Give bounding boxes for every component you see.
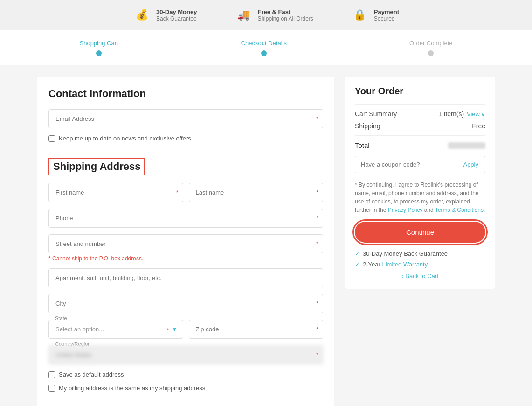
step-label-complete: Order Complete xyxy=(409,40,452,47)
payment-icon: 🔒 xyxy=(351,6,369,24)
banner-main-text-2: Free & Fast xyxy=(257,8,313,15)
last-name-input[interactable] xyxy=(189,183,324,202)
save-default-group: Save as default address xyxy=(48,371,323,378)
state-select-wrapper: Select an option... ▼ xyxy=(48,320,183,339)
top-banner: 💰 30-Day Money Back Guarantee 🚚 Free & F… xyxy=(0,0,532,30)
money-back-icon: 💰 xyxy=(133,6,152,24)
phone-required-star: * xyxy=(316,215,318,222)
cart-items-count: 1 Item(s) xyxy=(438,110,464,118)
banner-item-payment: 🔒 Payment Secured xyxy=(351,6,399,24)
guarantee-text-1: 30-Day Money Back Guarantee xyxy=(363,250,448,257)
zip-input[interactable] xyxy=(189,320,324,339)
email-group: * xyxy=(48,109,323,128)
order-divider-2 xyxy=(355,135,485,136)
coupon-row: Apply xyxy=(355,156,485,173)
phone-group: * xyxy=(48,209,323,228)
progress-section: Shopping Cart Checkout Details Order Com… xyxy=(0,30,532,65)
order-panel: Your Order Cart Summary 1 Item(s) View ∨… xyxy=(345,77,495,289)
last-name-group: * xyxy=(189,183,324,202)
city-input[interactable] xyxy=(48,294,323,313)
banner-main-text-3: Payment xyxy=(374,8,399,15)
back-to-cart-link[interactable]: ‹ Back to Cart xyxy=(355,273,485,280)
last-name-required-star: * xyxy=(316,189,318,196)
state-group: State Select an option... ▼ * xyxy=(48,320,183,339)
shipping-row: Shipping Free xyxy=(355,122,485,130)
cart-summary-label: Cart Summary xyxy=(355,110,397,118)
first-name-group: * xyxy=(48,183,183,202)
total-label: Total xyxy=(355,141,370,149)
street-required-star: * xyxy=(316,241,318,247)
banner-main-text-1: 30-Day Money xyxy=(156,8,197,15)
shipping-label: Shipping xyxy=(355,122,380,130)
cart-summary-right: 1 Item(s) View ∨ xyxy=(438,110,485,118)
shipping-address-title: Shipping Address xyxy=(48,158,145,175)
zip-required-star: * xyxy=(316,326,318,333)
first-name-required-star: * xyxy=(176,189,179,196)
country-group: Country/Region * xyxy=(48,345,323,364)
apartment-group xyxy=(48,268,323,287)
order-title: Your Order xyxy=(355,86,485,97)
privacy-and: and xyxy=(422,207,435,213)
limited-warranty-link[interactable]: Limited Warranty xyxy=(382,261,428,268)
email-required-star: * xyxy=(316,116,318,122)
coupon-input[interactable] xyxy=(355,156,456,173)
banner-text-shipping: Free & Fast Shipping on All Orders xyxy=(257,8,313,22)
state-select[interactable]: Select an option... xyxy=(48,320,183,339)
guarantee-item-warranty: ✓ 2-Year Limited Warranty xyxy=(355,261,485,268)
total-value xyxy=(448,142,485,149)
newsletter-checkbox[interactable] xyxy=(48,135,55,142)
street-group: * xyxy=(48,234,323,253)
check-icon-2: ✓ xyxy=(355,261,360,268)
email-input[interactable] xyxy=(48,109,323,128)
newsletter-label: Keep me up to date on news and exclusive… xyxy=(59,135,191,142)
guarantee-list: ✓ 30-Day Money Back Guarantee ✓ 2-Year L… xyxy=(355,250,485,268)
state-required-star: * xyxy=(167,327,169,334)
step-label-checkout: Checkout Details xyxy=(241,40,287,47)
check-icon-1: ✓ xyxy=(355,250,360,257)
apartment-input[interactable] xyxy=(48,268,323,287)
phone-input[interactable] xyxy=(48,209,323,228)
save-default-checkbox[interactable] xyxy=(48,371,55,378)
view-label: View xyxy=(467,111,480,118)
chevron-down-icon: ∨ xyxy=(481,111,485,118)
zip-group: * xyxy=(189,320,324,339)
banner-sub-text-1: Back Guarantee xyxy=(156,15,197,22)
step-dot-cart xyxy=(96,50,102,56)
first-name-input[interactable] xyxy=(48,183,183,202)
back-arrow-icon: ‹ xyxy=(401,273,403,280)
apply-coupon-button[interactable]: Apply xyxy=(456,156,485,173)
save-default-label: Save as default address xyxy=(59,371,124,378)
street-input[interactable] xyxy=(48,234,323,253)
progress-step-cart[interactable]: Shopping Cart xyxy=(80,40,118,56)
banner-sub-text-2: Shipping on All Orders xyxy=(257,15,313,22)
form-section: Contact Information * Keep me up to date… xyxy=(37,77,334,406)
terms-link[interactable]: Terms & Conditions xyxy=(435,207,484,213)
progress-step-checkout[interactable]: Checkout Details xyxy=(241,40,287,56)
city-required-star: * xyxy=(316,301,318,307)
banner-text-payment: Payment Secured xyxy=(374,8,399,22)
banner-item-money-back: 💰 30-Day Money Back Guarantee xyxy=(133,6,197,24)
cart-summary-row: Cart Summary 1 Item(s) View ∨ xyxy=(355,110,485,118)
progress-line-1 xyxy=(118,56,241,56)
contact-info-title: Contact Information xyxy=(48,88,323,100)
guarantee-text-2: 2-Year Limited Warranty xyxy=(363,261,428,268)
billing-same-group: My billing address is the same as my shi… xyxy=(48,385,323,392)
back-to-cart-label: Back to Cart xyxy=(405,273,439,280)
shipping-value: Free xyxy=(472,122,485,130)
shipping-icon: 🚚 xyxy=(234,6,253,24)
step-dot-complete xyxy=(428,50,434,56)
billing-same-label: My billing address is the same as my shi… xyxy=(59,385,205,392)
total-row: Total xyxy=(355,141,485,149)
step-dot-checkout xyxy=(261,50,267,56)
name-row: * * xyxy=(48,183,323,209)
order-divider-1 xyxy=(355,104,485,105)
country-input[interactable] xyxy=(48,345,323,364)
billing-same-checkbox[interactable] xyxy=(48,385,55,392)
privacy-policy-link[interactable]: Privacy Policy xyxy=(388,207,423,213)
po-box-warning: * Cannot ship to the P.O. box address. xyxy=(48,255,323,262)
banner-sub-text-3: Secured xyxy=(374,15,399,22)
banner-text-money-back: 30-Day Money Back Guarantee xyxy=(156,8,197,22)
continue-button[interactable]: Continue xyxy=(355,222,485,243)
view-cart-link[interactable]: View ∨ xyxy=(467,111,485,118)
banner-item-shipping: 🚚 Free & Fast Shipping on All Orders xyxy=(234,6,313,24)
